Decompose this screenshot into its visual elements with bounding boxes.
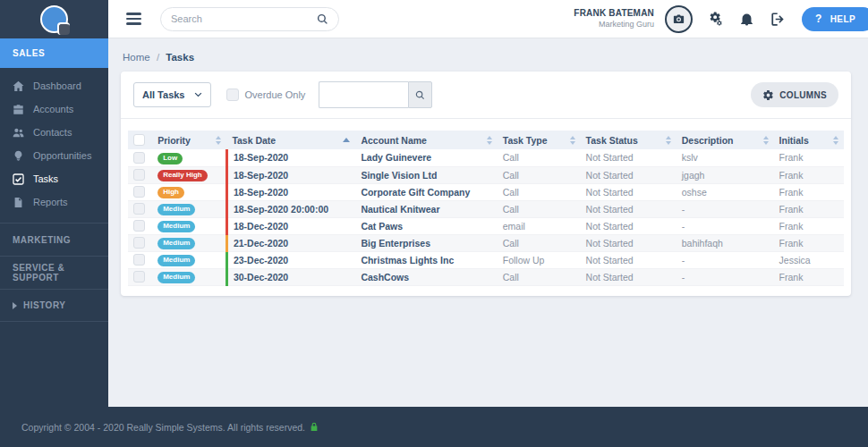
- global-search[interactable]: [160, 7, 339, 31]
- column-header[interactable]: Account Name: [355, 131, 497, 149]
- sidebar-item-opportunities[interactable]: Opportunities: [0, 144, 108, 167]
- account-name[interactable]: Cat Paws: [355, 217, 497, 234]
- sort-icon[interactable]: [666, 136, 671, 145]
- tasks-table: Priority Task Date Account Name Task Typ…: [128, 131, 844, 286]
- sort-icon[interactable]: [763, 136, 769, 145]
- description: -: [677, 217, 774, 234]
- column-header[interactable]: Task Type: [498, 131, 581, 149]
- briefcase-icon: [13, 104, 24, 115]
- task-status: Not Started: [581, 251, 677, 268]
- logo-block[interactable]: [0, 0, 108, 38]
- task-status: Not Started: [581, 183, 677, 200]
- row-checkbox[interactable]: [133, 169, 145, 181]
- task-status: Not Started: [581, 217, 677, 234]
- select-all-header: [128, 131, 152, 149]
- task-status: Not Started: [581, 268, 677, 285]
- task-filter-select[interactable]: All Tasks: [133, 82, 211, 107]
- column-label: Account Name: [361, 135, 427, 146]
- row-checkbox[interactable]: [133, 203, 145, 215]
- column-header[interactable]: Description: [677, 131, 774, 149]
- table-row[interactable]: High 18-Sep-2020 Corporate Gift Company …: [128, 183, 844, 200]
- initials: Frank: [774, 166, 844, 183]
- task-status: Not Started: [581, 200, 677, 217]
- task-status: Not Started: [581, 234, 677, 251]
- overdue-only-checkbox[interactable]: [226, 89, 239, 101]
- table-header-row: Priority Task Date Account Name Task Typ…: [128, 131, 844, 149]
- logout-button[interactable]: [770, 11, 787, 28]
- sidebar-item-tasks[interactable]: Tasks: [0, 167, 108, 190]
- table-row[interactable]: Medium 18-Dec-2020 Cat Paws email Not St…: [128, 217, 844, 234]
- table-row[interactable]: Medium 18-Sep-2020 20:00:00 Nautical Kni…: [128, 200, 844, 217]
- sort-icon[interactable]: [216, 136, 221, 145]
- column-header[interactable]: Initials: [774, 131, 844, 149]
- sidebar-section-service-support[interactable]: SERVICE & SUPPORT: [0, 256, 108, 289]
- sidebar-item-dashboard[interactable]: Dashboard: [0, 74, 108, 97]
- sidebar-item-accounts[interactable]: Accounts: [0, 97, 108, 121]
- sidebar-section-marketing[interactable]: MARKETING: [0, 223, 108, 256]
- description: jgagh: [677, 166, 774, 183]
- breadcrumb-separator: /: [157, 52, 159, 63]
- row-checkbox[interactable]: [133, 254, 145, 266]
- caret-right-icon: [13, 302, 17, 309]
- sort-icon[interactable]: [487, 136, 492, 145]
- sort-icon[interactable]: [833, 136, 838, 145]
- settings-button[interactable]: [707, 11, 724, 28]
- row-checkbox[interactable]: [133, 220, 145, 232]
- task-type: Call: [498, 149, 581, 166]
- notifications-button[interactable]: [739, 12, 754, 27]
- task-date-cell: 30-Dec-2020: [226, 268, 355, 285]
- task-date: 18-Sep-2020: [234, 170, 288, 181]
- hamburger-menu-icon[interactable]: [126, 13, 141, 25]
- priority-badge: Low: [157, 153, 183, 164]
- global-search-input[interactable]: [171, 13, 311, 24]
- column-header[interactable]: Task Date: [226, 131, 355, 149]
- table-row[interactable]: Low 18-Sep-2020 Lady Guinevere Call Not …: [128, 149, 844, 166]
- table-search-button[interactable]: [408, 81, 432, 108]
- row-checkbox[interactable]: [133, 186, 145, 198]
- user-block[interactable]: FRANK BATEMAN Marketing Guru: [574, 8, 654, 30]
- select-all-checkbox[interactable]: [133, 134, 145, 146]
- sidebar-item-reports[interactable]: Reports: [0, 190, 108, 214]
- sort-icon[interactable]: [343, 138, 350, 142]
- table-row[interactable]: Medium 23-Dec-2020 Christmas Lights Inc …: [128, 251, 844, 268]
- avatar[interactable]: [665, 5, 693, 33]
- column-header[interactable]: Priority: [152, 131, 226, 149]
- sort-icon[interactable]: [570, 136, 575, 145]
- task-date-cell: 18-Sep-2020 20:00:00: [226, 200, 355, 217]
- sidebar-section-sales[interactable]: SALES: [0, 38, 108, 68]
- account-name[interactable]: Christmas Lights Inc: [355, 251, 497, 268]
- account-name[interactable]: Big Enterprises: [355, 234, 497, 251]
- priority-badge: Medium: [157, 221, 195, 232]
- sidebar-item-contacts[interactable]: Contacts: [0, 121, 108, 144]
- task-date: 21-Dec-2020: [234, 238, 288, 249]
- sidebar-section-history[interactable]: HISTORY: [0, 289, 108, 322]
- row-checkbox[interactable]: [133, 152, 145, 164]
- search-icon: [415, 90, 425, 100]
- app-logo-icon: [40, 5, 68, 33]
- columns-button[interactable]: COLUMNS: [751, 82, 838, 107]
- search-icon[interactable]: [317, 13, 328, 25]
- sidebar-item-label: Contacts: [33, 127, 72, 138]
- task-type: Call: [498, 183, 581, 200]
- account-name[interactable]: Corporate Gift Company: [355, 183, 497, 200]
- account-name[interactable]: Single Vision Ltd: [355, 166, 497, 183]
- account-name[interactable]: Nautical Knitwear: [355, 200, 497, 217]
- account-name[interactable]: Lady Guinevere: [355, 149, 497, 166]
- account-name[interactable]: CashCows: [355, 268, 497, 285]
- column-header[interactable]: Task Status: [581, 131, 677, 149]
- table-row[interactable]: Medium 21-Dec-2020 Big Enterprises Call …: [128, 234, 844, 251]
- row-checkbox[interactable]: [133, 237, 145, 249]
- breadcrumb-home-link[interactable]: Home: [123, 52, 150, 63]
- table-search-input[interactable]: [319, 81, 408, 108]
- table-row[interactable]: Medium 30-Dec-2020 CashCows Call Not Sta…: [128, 268, 844, 285]
- table-row[interactable]: Really High 18-Sep-2020 Single Vision Lt…: [128, 166, 844, 183]
- footer: Copyright © 2004 - 2020 Really Simple Sy…: [0, 407, 868, 447]
- gears-icon: [707, 11, 724, 28]
- priority-badge: Medium: [157, 204, 195, 215]
- priority-badge: Medium: [157, 255, 195, 266]
- task-date: 18-Sep-2020: [234, 187, 288, 198]
- help-button[interactable]: ? HELP: [802, 7, 868, 31]
- sidebar: SALES Dashboard Accounts Contacts Oppor: [0, 0, 108, 407]
- row-checkbox[interactable]: [133, 271, 145, 283]
- task-type: Call: [498, 200, 581, 217]
